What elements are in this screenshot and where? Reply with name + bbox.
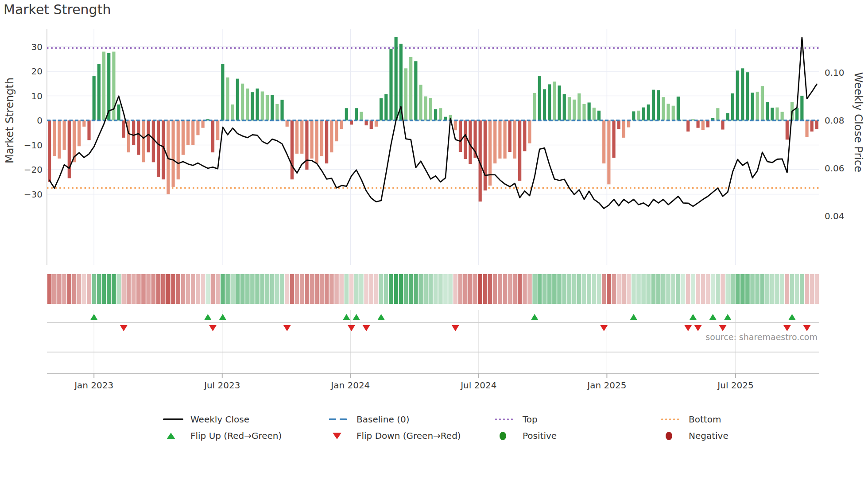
negative-strength-bar — [142, 120, 145, 162]
negative-strength-bar — [152, 120, 155, 162]
heatmap-cell — [438, 274, 443, 304]
heatmap-cell — [77, 274, 81, 304]
negative-strength-bar — [607, 120, 610, 184]
weekly-close-line-icon — [163, 418, 185, 420]
negative-strength-bar — [340, 120, 343, 129]
heatmap-cell — [805, 274, 809, 304]
heatmap-cell — [508, 274, 512, 304]
x-tick-label: Jan 2025 — [586, 380, 626, 391]
negative-strength-bar — [291, 120, 294, 179]
heatmap-cell — [339, 274, 344, 304]
negative-strength-bar — [202, 120, 205, 128]
heatmap-cell — [597, 274, 601, 304]
positive-strength-bar — [652, 90, 655, 120]
heatmap-cell — [453, 274, 458, 304]
heatmap-cell — [636, 274, 641, 304]
positive-strength-bar — [112, 52, 115, 120]
negative-strength-bar — [805, 120, 808, 137]
legend-item-top: Top — [495, 413, 538, 426]
negative-strength-bar — [721, 120, 724, 130]
legend-label: Negative — [689, 430, 728, 441]
heatmap-cell — [374, 274, 379, 304]
heatmap-cell — [627, 274, 631, 304]
flip-down-marker — [719, 325, 727, 331]
heatmap-cell — [423, 274, 428, 304]
flip-down-triangle-icon — [329, 433, 351, 439]
negative-strength-bar — [617, 120, 620, 129]
positive-strength-bar — [597, 111, 601, 120]
heatmap-cell — [176, 274, 180, 304]
negative-strength-bar — [216, 120, 219, 140]
x-tick-label: Jul 2023 — [203, 380, 240, 391]
positive-strength-bar — [241, 84, 244, 120]
heatmap-cell — [716, 274, 720, 304]
baseline-dash-icon — [329, 418, 351, 420]
positive-strength-bar — [543, 89, 546, 120]
heatmap-cell — [141, 274, 146, 304]
heatmap-cell — [542, 274, 547, 304]
heatmap-cell — [434, 274, 438, 304]
heatmap-cell — [443, 274, 448, 304]
flip-up-triangle-icon — [163, 433, 185, 439]
heatmap-cell — [82, 274, 86, 304]
market-strength-page: Market Strength Market Strength Weekly C… — [0, 0, 868, 488]
heatmap-cell — [632, 274, 636, 304]
legend-item-flip-up: Flip Up (Red→Green) — [163, 429, 282, 442]
negative-strength-bar — [122, 120, 125, 138]
flip-down-marker — [600, 325, 608, 331]
negative-strength-bar — [58, 120, 61, 159]
positive-strength-bar — [271, 95, 274, 120]
positive-strength-bar — [741, 68, 744, 120]
positive-strength-bar — [424, 97, 427, 120]
negative-strength-bar — [132, 120, 135, 145]
heatmap-cell — [795, 274, 799, 304]
y-right-tick-label: 0.06 — [825, 163, 845, 174]
negative-strength-bar — [191, 120, 194, 145]
heatmap-cell — [300, 274, 304, 304]
bottom-dots-icon — [661, 418, 683, 420]
heatmap-cell — [557, 274, 562, 304]
negative-strength-bar — [186, 120, 190, 145]
heatmap-cell — [547, 274, 552, 304]
heatmap-cell — [250, 274, 255, 304]
positive-strength-bar — [573, 100, 576, 120]
heatmap-cell — [696, 274, 700, 304]
heatmap-cell — [815, 274, 819, 304]
heatmap-cell — [369, 274, 373, 304]
flip-up-marker — [689, 314, 697, 320]
heatmap-cell — [592, 274, 597, 304]
positive-strength-bar — [439, 108, 442, 120]
heatmap-cell — [647, 274, 651, 304]
positive-strength-bar — [231, 105, 234, 120]
flip-down-marker — [684, 325, 692, 331]
flip-up-marker — [90, 314, 98, 320]
positive-strength-bar — [280, 100, 283, 120]
positive-strength-bar — [582, 104, 585, 120]
heatmap-cell — [721, 274, 725, 304]
positive-strength-bar — [781, 112, 784, 120]
negative-strength-bar — [627, 120, 630, 128]
heatmap-cell — [364, 274, 368, 304]
legend-item-flip-down: Flip Down (Green→Red) — [329, 429, 461, 442]
heatmap-cell — [656, 274, 661, 304]
negative-strength-bar — [63, 120, 66, 150]
flip-markers-panel — [47, 310, 819, 373]
heatmap-cell — [463, 274, 468, 304]
heatmap-cell — [711, 274, 715, 304]
heatmap-cell — [102, 274, 106, 304]
heatmap-cell — [765, 274, 770, 304]
heatmap-cell — [62, 274, 66, 304]
negative-strength-bar — [815, 120, 818, 129]
top-dots-icon — [495, 418, 517, 420]
negative-strength-bar — [330, 120, 333, 152]
heatmap-cell — [414, 274, 418, 304]
flip-up-marker — [353, 314, 360, 320]
heatmap-cell — [92, 274, 96, 304]
heatmap-cell — [57, 274, 62, 304]
heatmap-cell — [384, 274, 388, 304]
heatmap-cell — [785, 274, 790, 304]
positive-strength-bar — [355, 108, 358, 120]
negative-strength-bar — [602, 120, 605, 163]
positive-strength-bar — [404, 68, 407, 120]
heatmap-cell — [775, 274, 779, 304]
